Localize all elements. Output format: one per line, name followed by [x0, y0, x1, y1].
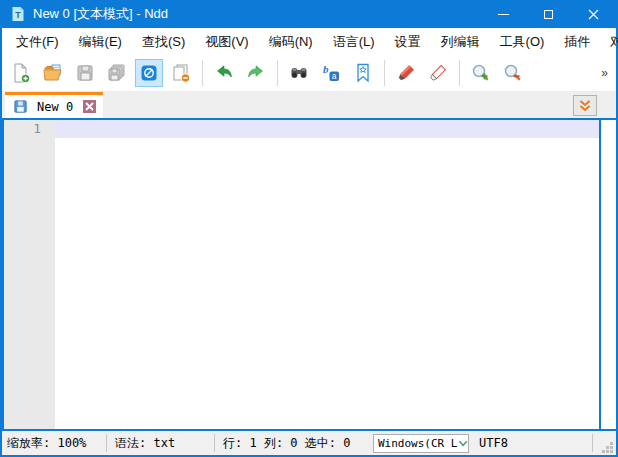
app-window: T New 0 [文本模式] - Ndd 文件(F) 编辑(E) 查找(S) 视… — [0, 0, 618, 457]
undo-button[interactable] — [210, 59, 238, 87]
zoom-out-button[interactable] — [499, 59, 527, 87]
menu-edit[interactable]: 编辑(E) — [69, 29, 132, 55]
save-button[interactable] — [71, 59, 99, 87]
zoom-in-button[interactable] — [467, 59, 495, 87]
tabbar: New 0 — [2, 92, 616, 118]
toolbar-separator — [384, 60, 385, 86]
toolbar-separator — [459, 60, 460, 86]
close-document-button[interactable] — [167, 59, 195, 87]
maximize-button[interactable] — [526, 0, 571, 28]
menubar: 文件(F) 编辑(E) 查找(S) 视图(V) 编码(N) 语言(L) 设置 列… — [2, 28, 616, 55]
caption-buttons — [481, 0, 616, 28]
eol-select[interactable]: Windows(CR LF — [373, 434, 469, 453]
app-icon: T — [10, 6, 26, 22]
chevron-down-icon — [458, 439, 468, 448]
clear-marks-button[interactable] — [424, 59, 452, 87]
file-saved-icon — [13, 99, 28, 114]
statusbar: 缩放率: 100% 语法: txt 行: 1 列: 0 选中: 0 Window… — [2, 431, 616, 455]
zoom-out-icon — [502, 62, 524, 84]
status-encoding: UTF8 — [469, 436, 518, 450]
find-icon — [288, 62, 310, 84]
tab-close-icon — [85, 102, 94, 111]
open-file-button[interactable] — [39, 59, 67, 87]
replace-icon: b a — [320, 62, 342, 84]
toolbar-separator — [202, 60, 203, 86]
new-file-button[interactable] — [7, 59, 35, 87]
eol-selected-value: Windows(CR LF — [378, 437, 458, 450]
minimize-icon — [498, 14, 509, 15]
editor[interactable]: 1 — [2, 120, 601, 429]
current-line-highlight — [55, 120, 599, 138]
vertical-scrollbar[interactable] — [601, 120, 616, 429]
status-syntax: 语法: txt — [107, 435, 214, 452]
save-all-button[interactable] — [103, 59, 131, 87]
bookmark-button[interactable] — [349, 59, 377, 87]
mark-icon — [395, 62, 417, 84]
titlebar: T New 0 [文本模式] - Ndd — [2, 0, 616, 28]
undo-icon — [213, 62, 235, 84]
new-file-icon — [10, 62, 32, 84]
toolbar-overflow-chevron[interactable]: » — [601, 66, 608, 80]
toolbar-separator — [277, 60, 278, 86]
document-list-button[interactable] — [573, 95, 597, 116]
menu-language[interactable]: 语言(L) — [323, 29, 385, 55]
close-document-icon — [170, 62, 192, 84]
close-icon — [588, 9, 599, 20]
save-all-icon — [106, 62, 128, 84]
status-cursor-position: 行: 1 列: 0 选中: 0 — [215, 435, 371, 452]
save-icon — [74, 62, 96, 84]
text-mode-icon — [138, 62, 160, 84]
resize-grip[interactable] — [601, 441, 613, 453]
window-title: New 0 [文本模式] - Ndd — [33, 5, 168, 23]
text-area[interactable] — [55, 120, 599, 429]
open-file-icon — [42, 62, 64, 84]
editor-area: 1 — [2, 118, 616, 431]
redo-button[interactable] — [242, 59, 270, 87]
double-chevron-down-icon — [577, 98, 593, 114]
clear-marks-icon — [427, 62, 449, 84]
text-mode-toggle-button[interactable] — [135, 59, 163, 87]
tab-new-0[interactable]: New 0 — [5, 92, 103, 118]
find-button[interactable] — [285, 59, 313, 87]
menu-compare[interactable]: 对比(C) — [600, 29, 618, 55]
bookmark-icon — [352, 62, 374, 84]
svg-text:a: a — [332, 71, 337, 81]
line-number-gutter: 1 — [4, 120, 55, 429]
svg-text:T: T — [15, 10, 21, 20]
replace-button[interactable]: b a — [317, 59, 345, 87]
menu-column-edit[interactable]: 列编辑 — [431, 29, 490, 55]
status-zoom-level: 缩放率: 100% — [2, 435, 106, 452]
menu-search[interactable]: 查找(S) — [132, 29, 195, 55]
svg-text:b: b — [323, 63, 329, 75]
menu-encoding[interactable]: 编码(N) — [259, 29, 323, 55]
redo-icon — [245, 62, 267, 84]
toolbar: b a — [2, 55, 616, 92]
menu-view[interactable]: 视图(V) — [195, 29, 258, 55]
mark-button[interactable] — [392, 59, 420, 87]
minimize-button[interactable] — [481, 0, 526, 28]
tab-label: New 0 — [37, 100, 73, 114]
zoom-in-icon — [470, 62, 492, 84]
menu-plugins[interactable]: 插件 — [554, 29, 600, 55]
menu-tools[interactable]: 工具(O) — [490, 29, 555, 55]
tab-close-button[interactable] — [83, 100, 96, 113]
close-button[interactable] — [571, 0, 616, 28]
line-number: 1 — [4, 121, 41, 136]
maximize-icon — [544, 10, 553, 19]
menu-file[interactable]: 文件(F) — [6, 29, 69, 55]
menu-settings[interactable]: 设置 — [385, 29, 431, 55]
statusbar-separator — [592, 434, 593, 452]
